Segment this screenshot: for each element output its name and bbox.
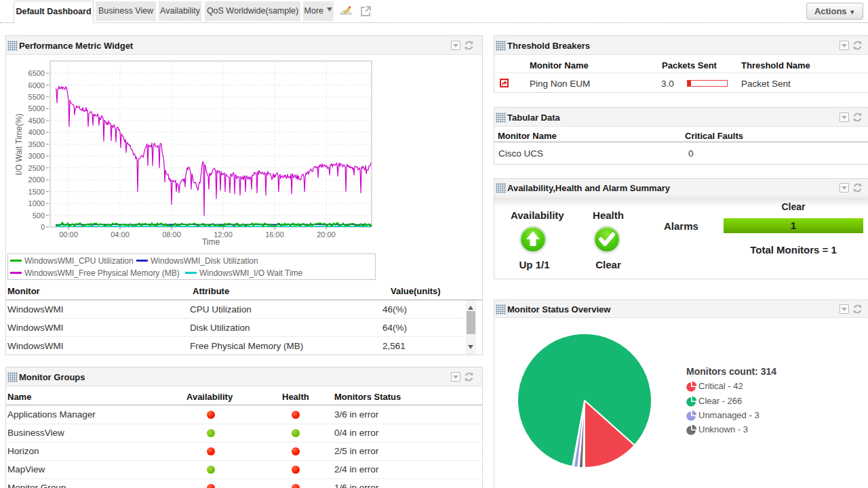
svg-text:Time: Time <box>202 237 220 247</box>
svg-text:500: 500 <box>33 211 45 220</box>
svg-text:4500: 4500 <box>28 117 45 125</box>
svg-text:0: 0 <box>41 223 45 231</box>
svg-text:1500: 1500 <box>28 188 45 196</box>
svg-text:08:00: 08:00 <box>162 230 181 239</box>
svg-text:6000: 6000 <box>28 81 45 89</box>
svg-text:00:00: 00:00 <box>59 230 78 239</box>
svg-text:WindowsWMI_Disk Utilization: WindowsWMI_Disk Utilization <box>151 256 258 266</box>
svg-text:I/O Wait Time(%): I/O Wait Time(%) <box>14 114 24 176</box>
svg-text:2000: 2000 <box>28 176 45 184</box>
svg-text:WindowsWMI_CPU Utilization: WindowsWMI_CPU Utilization <box>24 256 134 266</box>
svg-text:6500: 6500 <box>28 69 45 77</box>
svg-text:5000: 5000 <box>28 104 45 113</box>
svg-text:2500: 2500 <box>28 164 45 172</box>
svg-text:5500: 5500 <box>28 93 45 101</box>
svg-text:20:00: 20:00 <box>317 230 336 239</box>
svg-text:4000: 4000 <box>28 128 45 136</box>
svg-text:3500: 3500 <box>28 140 45 148</box>
svg-text:16:00: 16:00 <box>265 230 284 239</box>
svg-text:3000: 3000 <box>28 152 45 160</box>
svg-text:WindowsWMI_I/O Wait Time: WindowsWMI_I/O Wait Time <box>199 268 303 278</box>
svg-text:1000: 1000 <box>28 199 45 207</box>
svg-text:04:00: 04:00 <box>111 230 130 239</box>
svg-text:WindowsWMI_Free Physical Memor: WindowsWMI_Free Physical Memory (MB) <box>24 268 180 278</box>
